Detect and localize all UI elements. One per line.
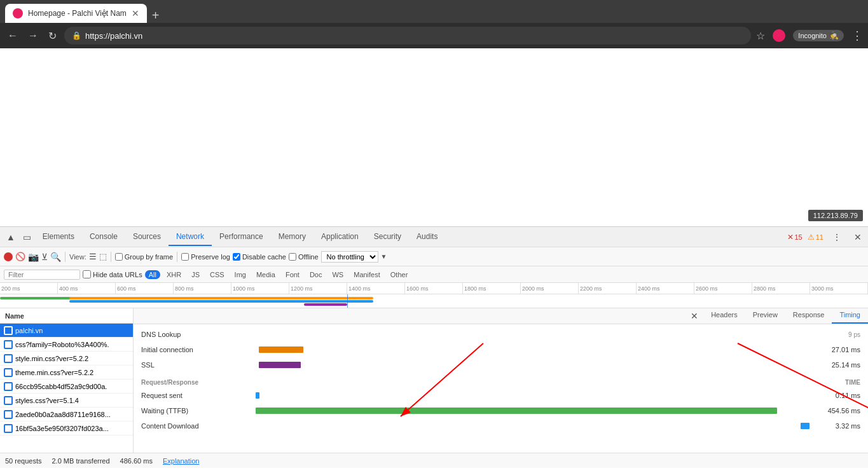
timeline-ruler: 200 ms 400 ms 600 ms 800 ms 1000 ms 1200… bbox=[0, 283, 868, 294]
filter-chip-manifest[interactable]: Manifest bbox=[350, 270, 384, 279]
explanation-link[interactable]: Explanation bbox=[163, 457, 200, 465]
total-time: 486.60 ms bbox=[120, 457, 153, 465]
transferred-size: 2.0 MB transferred bbox=[52, 457, 109, 465]
requests-count: 50 requests bbox=[5, 457, 41, 465]
timeline-area: 200 ms 400 ms 600 ms 800 ms 1000 ms 1200… bbox=[0, 283, 868, 308]
incognito-label: Incognito bbox=[798, 32, 827, 39]
preserve-log-label[interactable]: Preserve log bbox=[181, 253, 230, 261]
warn-badge: ⚠ 11 bbox=[808, 233, 823, 242]
address-input[interactable]: 🔒 https://palchi.vn bbox=[64, 27, 751, 45]
warn-count: 11 bbox=[816, 233, 823, 241]
filter-chip-img[interactable]: Img bbox=[231, 270, 250, 279]
detail-tab-headers[interactable]: Headers bbox=[703, 308, 745, 324]
screenshot-view-button[interactable]: ⬚ bbox=[99, 252, 107, 261]
filter-input[interactable] bbox=[4, 270, 80, 280]
filter-chip-doc[interactable]: Doc bbox=[306, 270, 326, 279]
throttle-select[interactable]: No throttling bbox=[321, 251, 378, 263]
file-item-2[interactable]: style.min.css?ver=5.2.2 bbox=[0, 352, 133, 366]
stop-recording-button[interactable]: 🚫 bbox=[15, 252, 25, 261]
bar-initial-connection bbox=[259, 346, 303, 353]
cursor-line bbox=[347, 294, 348, 308]
menu-button[interactable]: ⋮ bbox=[851, 29, 863, 43]
tab-close-button[interactable]: ✕ bbox=[132, 8, 139, 18]
file-item-6[interactable]: 2aede0b0a2aa8d8711e9168... bbox=[0, 408, 133, 422]
offline-checkbox[interactable] bbox=[289, 253, 296, 261]
tab-security[interactable]: Security bbox=[366, 228, 409, 246]
separator-2 bbox=[111, 252, 111, 262]
tab-sources[interactable]: Sources bbox=[125, 228, 169, 246]
filter-chip-js[interactable]: JS bbox=[188, 270, 203, 279]
detail-panel: ✕ Headers Preview Response Timing DNS Lo… bbox=[134, 308, 868, 453]
offline-label[interactable]: Offline bbox=[289, 253, 319, 261]
throttle-dropdown-arrow[interactable]: ▼ bbox=[381, 253, 387, 260]
inspect-element-button[interactable]: ▲ bbox=[3, 230, 19, 245]
tab-application[interactable]: Application bbox=[313, 228, 366, 246]
file-icon-7 bbox=[4, 424, 13, 433]
tick-2400: 2400 ms bbox=[637, 283, 694, 294]
file-item-5[interactable]: styles.css?ver=5.1.4 bbox=[0, 394, 133, 408]
device-toolbar-button[interactable]: ▭ bbox=[19, 230, 35, 245]
tick-1600: 1600 ms bbox=[405, 283, 463, 294]
tab-elements[interactable]: Elements bbox=[35, 228, 82, 246]
bottom-bar: 50 requests 2.0 MB transferred 486.60 ms… bbox=[0, 453, 868, 468]
timing-row-waiting: Waiting (TTFB) 454.56 ms bbox=[134, 403, 868, 418]
filter-chip-ws[interactable]: WS bbox=[328, 270, 347, 279]
tick-400: 400 ms bbox=[58, 283, 116, 294]
tab-favicon bbox=[13, 8, 23, 18]
file-list-header: Name bbox=[0, 308, 133, 324]
close-devtools-button[interactable]: ✕ bbox=[850, 230, 865, 245]
tick-1000: 1000 ms bbox=[231, 283, 289, 294]
preserve-log-checkbox[interactable] bbox=[181, 253, 189, 261]
star-icon[interactable]: ☆ bbox=[756, 30, 765, 42]
record-button[interactable] bbox=[4, 252, 13, 261]
hide-data-urls-checkbox[interactable] bbox=[83, 270, 91, 278]
new-tab-button[interactable]: + bbox=[147, 8, 165, 23]
filter-chip-xhr[interactable]: XHR bbox=[163, 270, 185, 279]
disable-cache-checkbox[interactable] bbox=[233, 253, 240, 261]
tab-memory[interactable]: Memory bbox=[271, 228, 313, 246]
avatar-icon[interactable] bbox=[773, 29, 785, 42]
disable-cache-label[interactable]: Disable cache bbox=[233, 253, 286, 261]
tab-audits[interactable]: Audits bbox=[409, 228, 445, 246]
file-item-3[interactable]: theme.min.css?ver=5.2.2 bbox=[0, 366, 133, 380]
list-view-button[interactable]: ☰ bbox=[89, 252, 97, 261]
back-button[interactable]: ← bbox=[5, 27, 20, 44]
tab-performance[interactable]: Performance bbox=[212, 228, 271, 246]
filter-chip-other[interactable]: Other bbox=[387, 270, 412, 279]
bar-request-sent bbox=[256, 392, 259, 399]
group-by-frame-label[interactable]: Group by frame bbox=[115, 253, 173, 261]
detail-tab-response[interactable]: Response bbox=[785, 308, 832, 324]
file-item-7[interactable]: 16bf5a3e5e950f3207fd023a... bbox=[0, 422, 133, 435]
group-by-frame-checkbox[interactable] bbox=[115, 253, 123, 261]
tab-bar: Homepage - Palchi Việt Nam ✕ + bbox=[5, 0, 165, 23]
file-list-scroll[interactable]: palchi.vn css?family=Roboto%3A400%. styl… bbox=[0, 324, 133, 453]
devtools-topbar: ▲ ▭ Elements Console Sources Network Per… bbox=[0, 227, 868, 247]
detail-tab-timing[interactable]: Timing bbox=[832, 308, 868, 324]
filter-chip-all[interactable]: All bbox=[145, 270, 160, 279]
forward-button[interactable]: → bbox=[25, 27, 41, 44]
filter-chip-font[interactable]: Font bbox=[282, 270, 303, 279]
bar-content-download bbox=[801, 423, 809, 429]
file-item-4[interactable]: 66ccb95cabb4df52a9c9d00a. bbox=[0, 380, 133, 394]
active-tab[interactable]: Homepage - Palchi Việt Nam ✕ bbox=[5, 4, 147, 23]
filter-chip-media[interactable]: Media bbox=[252, 270, 279, 279]
clear-button[interactable]: 📷 bbox=[28, 252, 39, 262]
tick-1800: 1800 ms bbox=[463, 283, 521, 294]
detail-close-button[interactable]: ✕ bbox=[685, 308, 703, 324]
reload-button[interactable]: ↻ bbox=[46, 27, 59, 45]
search-button[interactable]: 🔍 bbox=[50, 252, 61, 262]
tab-console[interactable]: Console bbox=[82, 228, 125, 246]
filter-button[interactable]: ⊻ bbox=[41, 252, 48, 262]
address-bar: ← → ↻ 🔒 https://palchi.vn ☆ Incognito 🕵 … bbox=[0, 23, 868, 48]
filter-chip-css[interactable]: CSS bbox=[206, 270, 228, 279]
detail-tab-preview[interactable]: Preview bbox=[745, 308, 785, 324]
more-tools-button[interactable]: ⋮ bbox=[829, 230, 845, 245]
file-item-0[interactable]: palchi.vn bbox=[0, 324, 133, 338]
tab-network[interactable]: Network bbox=[169, 228, 212, 246]
ip-badge: 112.213.89.79 bbox=[808, 210, 863, 221]
file-item-1[interactable]: css?family=Roboto%3A400%. bbox=[0, 338, 133, 352]
tick-3000: 3000 ms bbox=[810, 283, 868, 294]
hide-data-urls-label[interactable]: Hide data URLs bbox=[83, 270, 142, 278]
incognito-badge: Incognito 🕵 bbox=[793, 30, 844, 41]
filter-bar: Hide data URLs All XHR JS CSS Img Media … bbox=[0, 266, 868, 283]
